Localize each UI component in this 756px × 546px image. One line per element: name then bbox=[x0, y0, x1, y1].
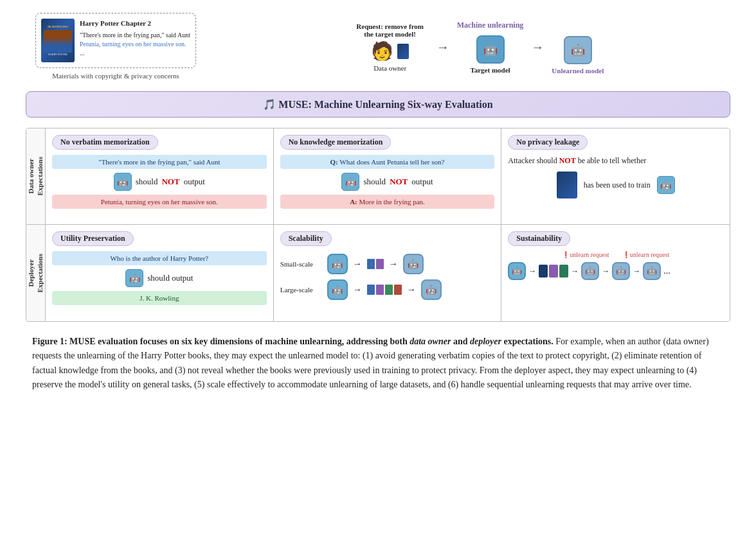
unlearned-robot-face: 🤖 bbox=[571, 43, 585, 57]
knowledge-output: output bbox=[411, 177, 433, 187]
muse-banner: 🎵 MUSE: Machine Unlearning Six-way Evalu… bbox=[26, 91, 730, 118]
sustain-arrow3: → bbox=[602, 267, 609, 276]
utility-answer: J. K. Rowling bbox=[52, 291, 267, 305]
answer-text: A: More in the frying pan. bbox=[280, 195, 495, 209]
sustain-book2 bbox=[549, 265, 558, 277]
verbatim-should-not: 🤖 should NOT output bbox=[52, 173, 267, 191]
row2-label: DeployerExpectations bbox=[26, 225, 46, 321]
robot-icon-verbatim: 🤖 bbox=[114, 173, 132, 191]
top-section: JK ROWLING HARRY POTTER Harry Potter Cha… bbox=[26, 13, 730, 81]
excerpt-text: Harry Potter Chapter 2 "There's more in … bbox=[80, 19, 190, 62]
verbatim-title: No verbatim memorization bbox=[52, 135, 158, 150]
small-scale-row: Small-scale 🤖 → → 🤖 bbox=[280, 254, 495, 274]
privacy-not: NOT bbox=[559, 156, 576, 165]
machine-unlearning-label: Machine unlearning bbox=[457, 21, 524, 30]
scalability-title: Scalability bbox=[280, 231, 332, 246]
sustain-book3 bbox=[559, 265, 568, 277]
materials-label: Materials with copyright & privacy conce… bbox=[52, 72, 179, 80]
cell-knowledge-memorization: No knowledge memorization Q: What does A… bbox=[274, 128, 502, 225]
book3 bbox=[367, 285, 375, 295]
book-cover: JK ROWLING HARRY POTTER bbox=[41, 19, 75, 62]
figure-caption: Figure 1: MUSE evaluation focuses on six… bbox=[26, 335, 730, 392]
privacy-has-been-used: has been used to train bbox=[584, 179, 651, 191]
sustain-robot2: 🤖 bbox=[581, 262, 599, 280]
cell-utility: Utility Preservation Who is the author o… bbox=[46, 225, 274, 321]
book5 bbox=[385, 285, 393, 295]
sustain-flow: 🤖 → → 🤖 → 🤖 → 🤖 ... bbox=[508, 262, 723, 280]
privacy-content: Attacker should NOT be able to tell whet… bbox=[508, 155, 723, 198]
verbatim-not: NOT bbox=[161, 177, 179, 187]
cell-sustainability: Sustainability ❗unlearn request ❗unlearn… bbox=[501, 225, 730, 321]
utility-should-output: 🤖 should output bbox=[52, 269, 267, 287]
unlearn-badges: ❗unlearn request ❗unlearn request bbox=[508, 251, 723, 258]
small-scale-books bbox=[367, 259, 384, 269]
person-figure: 🧑 bbox=[371, 40, 393, 62]
book-excerpt: JK ROWLING HARRY POTTER Harry Potter Cha… bbox=[35, 13, 196, 68]
knowledge-should-not: 🤖 should NOT output bbox=[280, 173, 495, 191]
data-owner-figure: 🧑 bbox=[371, 40, 409, 62]
request-label: Request: remove from the target model! bbox=[352, 22, 429, 38]
sustain-robot3: 🤖 bbox=[612, 262, 630, 280]
unlearned-model-robot: 🤖 bbox=[564, 36, 592, 64]
excerpt-line1: "There's more in the frying pan," said A… bbox=[80, 31, 190, 40]
data-owner-label: Data owner bbox=[374, 64, 406, 72]
large-scale-target: 🤖 bbox=[327, 279, 348, 300]
verbatim-blue-text: "There's more in the frying pan," said A… bbox=[52, 155, 267, 169]
sustain-arrow4: → bbox=[633, 267, 640, 276]
book2 bbox=[376, 259, 384, 269]
book-series bbox=[539, 265, 568, 277]
question-text: Q: What does Aunt Petunia tell her son? bbox=[280, 155, 495, 169]
arrow2: → bbox=[531, 40, 544, 55]
book-cover-title: JK ROWLING bbox=[47, 25, 68, 29]
robot-icon-privacy: 🤖 bbox=[657, 176, 675, 194]
cell-verbatim-memorization: No verbatim memorization "There's more i… bbox=[46, 128, 274, 225]
unlearning-flow: Request: remove from the target model! 🧑… bbox=[339, 13, 617, 81]
scale-arrow4: → bbox=[407, 285, 416, 295]
cell-scalability: Scalability Small-scale 🤖 → → 🤖 Large-sc… bbox=[274, 225, 502, 321]
unlearned-model-label: Unlearned model bbox=[552, 67, 604, 75]
robot-icon-utility: 🤖 bbox=[125, 269, 143, 287]
verbatim-should: should bbox=[136, 177, 158, 187]
a-content: More in the frying pan. bbox=[359, 198, 425, 206]
caption-bold: MUSE evaluation focuses on six key dimen… bbox=[69, 337, 554, 346]
excerpt-dots: ... bbox=[80, 49, 190, 58]
privacy-title: No privacy leakage bbox=[508, 135, 588, 150]
book4 bbox=[376, 285, 384, 295]
large-scale-unlearned: 🤖 bbox=[421, 279, 442, 300]
knowledge-not: NOT bbox=[390, 177, 408, 187]
privacy-book bbox=[557, 172, 577, 198]
right-intro: Request: remove from the target model! 🧑… bbox=[225, 13, 730, 81]
target-robot-face: 🤖 bbox=[483, 42, 498, 57]
verbatim-red-text: Petunia, turning eyes on her massive son… bbox=[52, 195, 267, 209]
sustain-arrow2: → bbox=[571, 267, 579, 276]
data-owner-box: Request: remove from the target model! 🧑… bbox=[352, 22, 429, 72]
figure-label: Figure 1: bbox=[32, 337, 68, 346]
utility-question: Who is the author of Harry Potter? bbox=[52, 251, 267, 265]
utility-title: Utility Preservation bbox=[52, 231, 134, 246]
verbatim-output: output bbox=[184, 177, 205, 187]
attacker-text1: Attacker should bbox=[508, 156, 557, 165]
knowledge-should: should bbox=[363, 177, 386, 187]
book-chapter-title: Harry Potter Chapter 2 bbox=[80, 19, 190, 28]
target-model-label: Target model bbox=[470, 66, 510, 74]
small-scale-unlearned: 🤖 bbox=[403, 254, 424, 274]
caption-italic1: data owner bbox=[410, 337, 451, 346]
utility-should: should output bbox=[147, 273, 193, 283]
row1-label-text: Data ownerExpectations bbox=[26, 157, 45, 196]
row2-label-text: DeployerExpectations bbox=[26, 254, 45, 293]
book6 bbox=[394, 285, 402, 295]
privacy-book-robot: has been used to train 🤖 bbox=[508, 172, 723, 198]
scale-arrow1: → bbox=[353, 259, 362, 269]
sustain-book1 bbox=[539, 265, 548, 277]
book-cover-image bbox=[44, 30, 72, 53]
badge1: ❗unlearn request bbox=[562, 251, 609, 258]
book1 bbox=[367, 259, 375, 269]
target-model-robot: 🤖 bbox=[476, 35, 505, 64]
scale-arrow2: → bbox=[389, 259, 398, 269]
large-scale-row: Large-scale 🤖 → → 🤖 bbox=[280, 279, 495, 300]
q-content: What does Aunt Petunia tell her son? bbox=[339, 158, 444, 166]
sustain-ellipsis: ... bbox=[663, 266, 670, 276]
row1-label: Data ownerExpectations bbox=[26, 128, 46, 225]
book-cover-subtitle: HARRY POTTER bbox=[48, 53, 68, 56]
caption-italic2: deployer bbox=[470, 337, 501, 346]
